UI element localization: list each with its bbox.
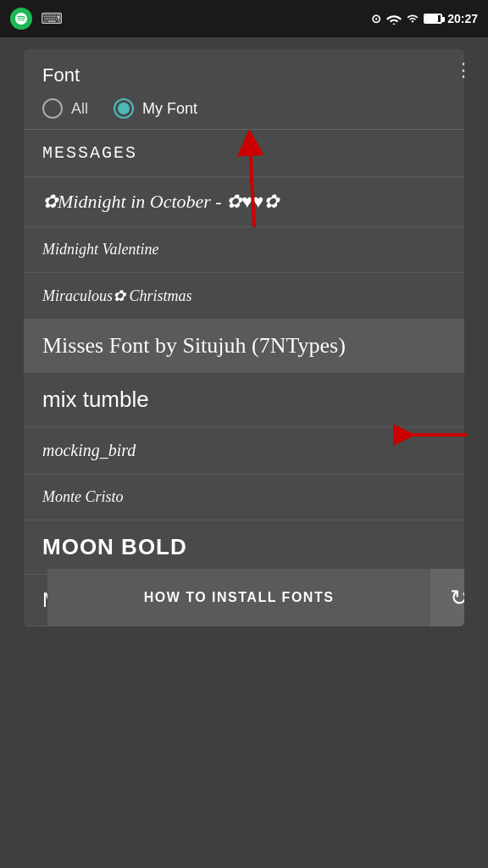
filter-all[interactable]: All xyxy=(42,98,88,119)
wifi-icon xyxy=(386,13,402,25)
filter-my-font[interactable]: My Font xyxy=(114,98,197,119)
font-item-midnight-valentine[interactable]: Midnight Valentine xyxy=(24,227,464,273)
radio-all[interactable] xyxy=(42,98,63,119)
font-name-messages: MESSAGES xyxy=(42,143,137,163)
font-list: MESSAGES ✿Midnight in October - ✿♥♥✿ Mid… xyxy=(24,130,464,626)
font-name-mix-tumble: mix tumble xyxy=(42,387,149,412)
status-right: ⊙ 20:27 xyxy=(371,12,478,25)
font-name-monte-cristo: Monte Cristo xyxy=(42,488,124,505)
refresh-icon: ↻ xyxy=(450,585,464,611)
font-panel-header: Font All My Font xyxy=(24,49,464,130)
font-name-miraculous: Miraculous✿ Christmas xyxy=(42,287,192,304)
font-name-moon-bold: MOON BOLD xyxy=(42,534,187,559)
three-dot-menu[interactable]: ⋮ xyxy=(454,59,473,81)
keyboard-icon: ⌨ xyxy=(41,9,63,28)
font-item-midnight-october[interactable]: ✿Midnight in October - ✿♥♥✿ xyxy=(24,177,464,227)
font-item-misses[interactable]: Misses Font by Situjuh (7NTypes) xyxy=(24,320,464,373)
battery-icon xyxy=(424,14,442,24)
record-icon: ⊙ xyxy=(371,12,381,25)
status-bar: ⌨ ⊙ 20:27 xyxy=(0,0,488,37)
font-name-misses: Misses Font by Situjuh (7NTypes) xyxy=(42,333,346,358)
font-name-midnight-valentine: Midnight Valentine xyxy=(42,241,158,258)
font-name-midnight-october: ✿Midnight in October - ✿♥♥✿ xyxy=(42,191,279,212)
signal-icon xyxy=(407,13,419,25)
font-item-miraculous[interactable]: Miraculous✿ Christmas xyxy=(24,273,464,320)
bottom-bar: HOW TO INSTALL FONTS ↻ xyxy=(47,569,464,626)
font-item-monte-cristo[interactable]: Monte Cristo xyxy=(24,475,464,520)
font-filter-row: All My Font xyxy=(42,98,446,119)
font-panel: Font All My Font MESSAGES ✿Midnight in O… xyxy=(24,49,464,626)
font-item-messages[interactable]: MESSAGES xyxy=(24,130,464,177)
font-panel-title: Font xyxy=(42,64,446,86)
time-display: 20:27 xyxy=(447,12,478,25)
filter-all-label: All xyxy=(71,100,88,118)
font-item-moon-bold[interactable]: MOON BOLD xyxy=(24,520,464,575)
install-fonts-button[interactable]: HOW TO INSTALL FONTS xyxy=(47,569,430,626)
font-item-mocking-bird[interactable]: mocking_bird xyxy=(24,427,464,475)
status-left: ⌨ xyxy=(10,8,63,30)
radio-my-font[interactable] xyxy=(114,98,134,119)
font-item-mix-tumble[interactable]: mix tumble xyxy=(24,373,464,427)
spotify-icon xyxy=(10,8,32,30)
font-name-mocking-bird: mocking_bird xyxy=(42,441,136,459)
refresh-button[interactable]: ↻ xyxy=(430,569,464,626)
filter-my-font-label: My Font xyxy=(142,100,197,118)
